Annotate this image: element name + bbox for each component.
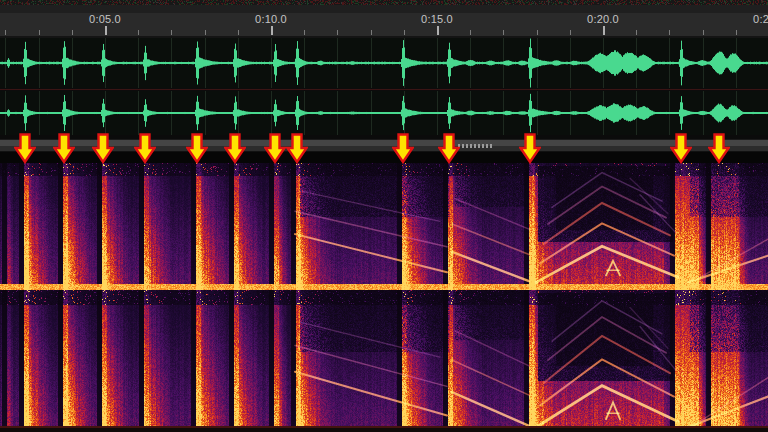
spectrogram-track-1[interactable] bbox=[0, 163, 768, 290]
waveform-track-2[interactable] bbox=[0, 91, 768, 135]
ruler-tick bbox=[636, 30, 637, 35]
time-label: 0:05.0 bbox=[89, 13, 121, 25]
ruler-tick bbox=[437, 26, 439, 35]
ruler-tick bbox=[503, 30, 504, 35]
ruler-tick bbox=[5, 30, 6, 35]
ruler-tick bbox=[404, 30, 405, 35]
ruler-tick bbox=[537, 30, 538, 35]
bottom-edge-strip bbox=[0, 426, 768, 432]
time-label: 0:15.0 bbox=[421, 13, 453, 25]
ruler-tick bbox=[238, 30, 239, 35]
ruler-tick bbox=[470, 30, 471, 35]
ruler-tick bbox=[39, 30, 40, 35]
time-label: 0:25.0 bbox=[753, 13, 768, 25]
ruler-tick bbox=[171, 30, 172, 35]
ruler-tick bbox=[105, 26, 107, 35]
scrollbar-gap bbox=[0, 152, 768, 163]
horizontal-scrollbar[interactable] bbox=[0, 139, 768, 152]
waveform-track-1[interactable] bbox=[0, 38, 768, 88]
ruler-tick bbox=[304, 30, 305, 35]
time-label: 0:20.0 bbox=[587, 13, 619, 25]
ruler-tick bbox=[603, 26, 605, 35]
ruler-tick bbox=[72, 30, 73, 35]
ruler-tick bbox=[736, 30, 737, 35]
time-label: 0:10.0 bbox=[255, 13, 287, 25]
ruler-tick bbox=[271, 26, 273, 35]
spectrogram-track-2-wrap bbox=[0, 290, 768, 426]
ruler-tick bbox=[337, 30, 338, 35]
timeline-ruler[interactable]: 0:05.00:10.00:15.00:20.00:25.0 bbox=[0, 5, 768, 38]
ruler-tick bbox=[570, 30, 571, 35]
scrollbar-grip-dots-icon[interactable] bbox=[458, 144, 492, 148]
ruler-tick bbox=[205, 30, 206, 35]
ruler-tick bbox=[669, 30, 670, 35]
spectrogram-track-2[interactable] bbox=[0, 290, 768, 426]
ruler-tick bbox=[138, 30, 139, 35]
audio-editor-window: 0:05.00:10.00:15.00:20.00:25.0 bbox=[0, 0, 768, 432]
spectrogram-track-1-wrap bbox=[0, 163, 768, 290]
ruler-tick bbox=[371, 30, 372, 35]
ruler-tick bbox=[703, 30, 704, 35]
